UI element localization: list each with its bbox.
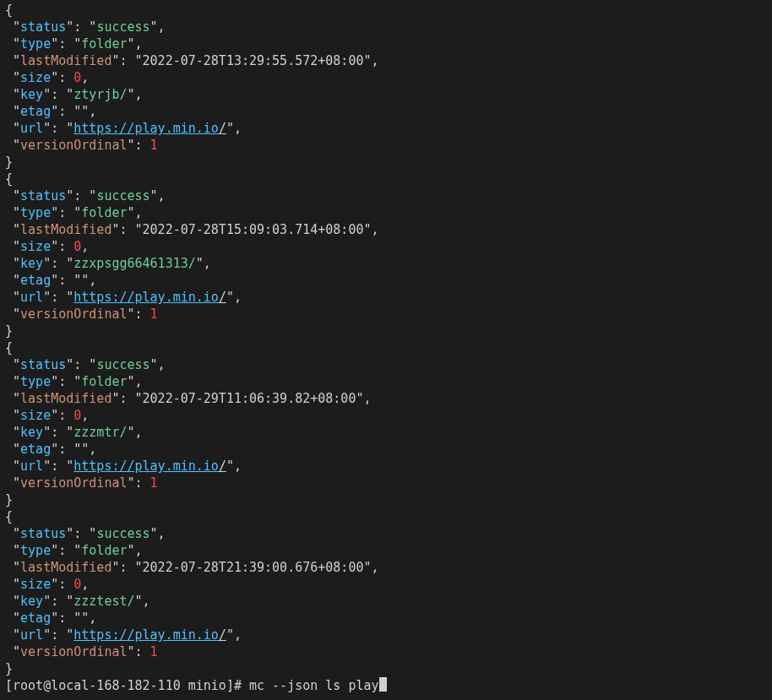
prompt-line[interactable]: [root@local-168-182-110 minio]# mc --jso… <box>5 677 767 694</box>
json-line: "url": "https://play.min.io/", <box>5 289 767 306</box>
url-link[interactable]: https://play.min.io <box>73 627 219 643</box>
json-line: } <box>5 660 767 677</box>
json-line: "lastModified": "2022-07-29T11:06:39.82+… <box>5 390 767 407</box>
json-line: "status": "success", <box>5 525 767 542</box>
cursor-icon <box>379 677 387 692</box>
json-line: "etag": "", <box>5 441 767 458</box>
json-line: { <box>5 171 767 187</box>
json-line: "size": 0, <box>5 407 767 424</box>
url-link[interactable]: https://play.min.io <box>73 290 219 305</box>
json-line: "etag": "", <box>5 103 767 120</box>
url-link[interactable]: https://play.min.io <box>73 459 219 474</box>
json-line: "size": 0, <box>5 576 767 593</box>
json-line: "etag": "", <box>5 610 767 627</box>
json-line: "status": "success", <box>5 187 767 204</box>
json-line: "url": "https://play.min.io/", <box>5 627 767 643</box>
json-line: "key": "zzztest/", <box>5 593 767 610</box>
json-line: } <box>5 491 767 508</box>
json-line: "size": 0, <box>5 238 767 255</box>
command: mc <box>249 678 264 693</box>
command-flag: --json <box>272 678 318 693</box>
json-line: "status": "success", <box>5 19 767 35</box>
json-line: "versionOrdinal": 1 <box>5 137 767 154</box>
json-line: "type": "folder", <box>5 373 767 390</box>
json-line: "lastModified": "2022-07-28T21:39:00.676… <box>5 559 767 576</box>
json-line: "etag": "", <box>5 272 767 289</box>
json-line: } <box>5 154 767 171</box>
json-line: "type": "folder", <box>5 204 767 221</box>
json-line: "url": "https://play.min.io/", <box>5 120 767 137</box>
json-line: "versionOrdinal": 1 <box>5 643 767 660</box>
url-link[interactable]: https://play.min.io <box>73 121 219 136</box>
command-args: ls play <box>325 678 378 693</box>
json-line: "versionOrdinal": 1 <box>5 475 767 491</box>
json-line: "type": "folder", <box>5 542 767 559</box>
json-line: } <box>5 323 767 339</box>
shell-prompt: [root@local-168-182-110 minio]# <box>5 678 242 693</box>
json-line: { <box>5 339 767 356</box>
json-line: "status": "success", <box>5 356 767 373</box>
json-line: "url": "https://play.min.io/", <box>5 458 767 475</box>
json-line: "key": "ztyrjb/", <box>5 86 767 103</box>
json-line: "type": "folder", <box>5 35 767 52</box>
json-line: "key": "zzzmtr/", <box>5 424 767 441</box>
json-line: "lastModified": "2022-07-28T15:09:03.714… <box>5 221 767 238</box>
terminal-output[interactable]: { "status": "success", "type": "folder",… <box>0 0 772 694</box>
json-line: { <box>5 2 767 19</box>
json-line: "lastModified": "2022-07-28T13:29:55.572… <box>5 52 767 69</box>
json-line: { <box>5 508 767 525</box>
json-line: "versionOrdinal": 1 <box>5 306 767 323</box>
json-line: "size": 0, <box>5 69 767 86</box>
json-line: "key": "zzxpsgg66461313/", <box>5 255 767 272</box>
